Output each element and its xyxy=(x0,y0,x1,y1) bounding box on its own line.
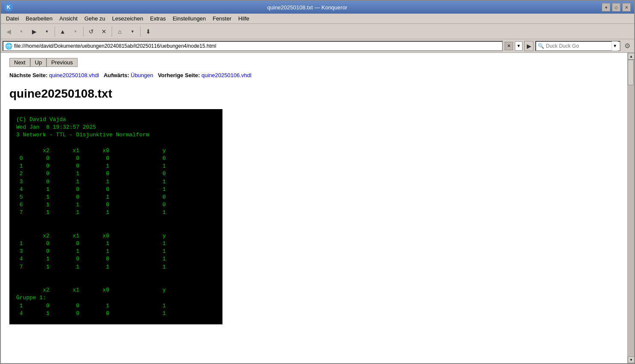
up-nav-button[interactable]: Up xyxy=(30,58,47,67)
nav-buttons: Next Up Previous xyxy=(9,58,619,67)
search-input-wrap: 🔍 ▼ xyxy=(535,41,621,51)
search-dropdown-button[interactable]: ▼ xyxy=(612,41,618,51)
toolbar-separator-3 xyxy=(112,26,112,37)
forward-button[interactable]: ▶ xyxy=(28,26,40,38)
main-window: K quine20250108.txt — Konqueror ▾ ◇ ✕ Da… xyxy=(0,0,635,364)
window-title: quine20250108.txt — Konqueror xyxy=(13,4,602,11)
menu-gehe-zu[interactable]: Gehe zu xyxy=(81,14,109,23)
settings-button[interactable]: ⚙ xyxy=(622,41,632,51)
window-controls: ▾ ◇ ✕ xyxy=(602,3,631,12)
globe-icon: 🌐 xyxy=(5,43,12,49)
back-dropdown-button[interactable]: ▼ xyxy=(15,26,27,38)
menu-datei[interactable]: Datei xyxy=(3,14,22,23)
address-go-button[interactable]: ▶ xyxy=(524,41,534,51)
titlebar: K quine20250108.txt — Konqueror ▾ ◇ ✕ xyxy=(1,1,634,14)
next-page-label: Nächste Seite: xyxy=(9,72,48,78)
bookmark-button[interactable]: ⬇ xyxy=(142,26,154,38)
next-nav-button[interactable]: Next xyxy=(9,58,30,67)
minimize-button[interactable]: ▾ xyxy=(602,3,610,12)
menubar: Datei Bearbeiten Ansicht Gehe zu Lesezei… xyxy=(1,14,634,24)
home-dropdown-button[interactable]: ▼ xyxy=(127,26,139,38)
address-dropdown-button[interactable]: ▼ xyxy=(515,41,522,51)
content-area: Next Up Previous Nächste Seite: quine202… xyxy=(1,53,634,363)
menu-bearbeiten[interactable]: Bearbeiten xyxy=(22,14,56,23)
address-input[interactable] xyxy=(14,43,500,49)
scroll-thumb[interactable] xyxy=(628,60,634,85)
toolbar: ◀ ▼ ▶ ▼ ▲ ▼ ↺ ✕ ⌂ ▼ ⬇ xyxy=(1,24,634,39)
stop-button[interactable]: ✕ xyxy=(98,26,110,38)
addressbar: 🌐 ✕ ▼ ▶ 🔍 ▼ ⚙ xyxy=(1,39,634,53)
prev-page-link[interactable]: quine20250106.vhdl xyxy=(202,72,251,78)
scroll-up-button[interactable]: ▲ xyxy=(628,53,634,60)
address-input-wrap: 🌐 xyxy=(3,41,503,51)
menu-hilfe[interactable]: Hilfe xyxy=(235,14,253,23)
toolbar-separator-4 xyxy=(140,26,141,37)
page-navigation: Nächste Seite: quine20250108.vhdl Aufwär… xyxy=(9,72,619,78)
back-button[interactable]: ◀ xyxy=(3,26,14,38)
page-content: Next Up Previous Nächste Seite: quine202… xyxy=(1,53,627,363)
menu-lesezeichen[interactable]: Lesezeichen xyxy=(109,14,147,23)
up-page-link[interactable]: Übungen xyxy=(131,72,153,78)
terminal-block: (C) David Vajda Wed Jan 8 19:32:57 2025 … xyxy=(9,109,222,324)
toolbar-separator-2 xyxy=(83,26,84,37)
menu-einstellungen[interactable]: Einstellungen xyxy=(169,14,209,23)
scroll-down-button[interactable]: ▼ xyxy=(628,356,634,363)
home-button[interactable]: ⌂ xyxy=(114,26,126,38)
up-page-label: Aufwärts: xyxy=(104,72,129,78)
search-input[interactable] xyxy=(546,43,612,49)
menu-fenster[interactable]: Fenster xyxy=(209,14,235,23)
scrollbar: ▲ ▼ xyxy=(627,53,634,363)
up-button[interactable]: ▲ xyxy=(57,26,69,38)
next-page-link[interactable]: quine20250108.vhdl xyxy=(49,72,99,78)
address-clear-button[interactable]: ✕ xyxy=(505,42,513,50)
search-icon: 🔍 xyxy=(538,43,544,49)
up-dropdown-button[interactable]: ▼ xyxy=(69,26,81,38)
close-button[interactable]: ✕ xyxy=(622,3,631,12)
maximize-button[interactable]: ◇ xyxy=(612,3,621,12)
prev-page-label: Vorherige Seite: xyxy=(158,72,200,78)
reload-button[interactable]: ↺ xyxy=(85,26,97,38)
previous-nav-button[interactable]: Previous xyxy=(46,58,78,67)
app-icon: K xyxy=(4,3,13,12)
toolbar-separator-1 xyxy=(55,26,55,37)
menu-extras[interactable]: Extras xyxy=(147,14,169,23)
scroll-track[interactable] xyxy=(628,60,634,356)
forward-dropdown-button[interactable]: ▼ xyxy=(41,26,53,38)
menu-ansicht[interactable]: Ansicht xyxy=(56,14,81,23)
page-title: quine20250108.txt xyxy=(9,87,619,101)
